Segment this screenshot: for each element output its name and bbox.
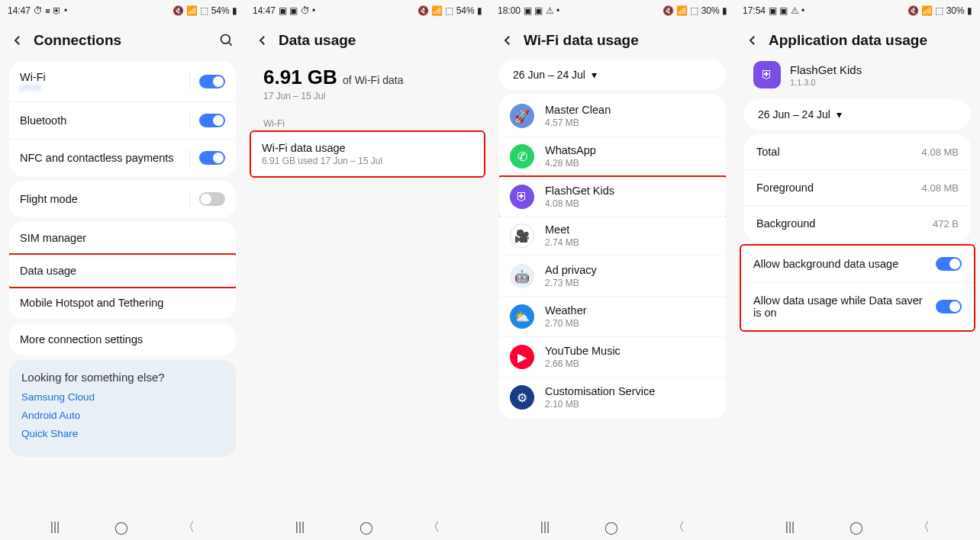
toggle-switch[interactable] (199, 192, 225, 206)
nav-recent[interactable]: ||| (785, 520, 795, 534)
app-name: Master Clean (545, 104, 715, 116)
app-icon: 🚀 (510, 104, 534, 128)
stat-value: 472 B (933, 218, 959, 230)
stat-value: 4.08 MB (922, 182, 959, 194)
toggle-switch[interactable] (199, 75, 225, 88)
hotspot-row[interactable]: Mobile Hotspot and Tethering (9, 287, 236, 319)
app-name: Weather (545, 304, 715, 317)
status-icons-left: ▣ ▣ ⏱ • (279, 5, 315, 16)
data-usage-row[interactable]: Data usage (9, 253, 236, 288)
bluetooth-row[interactable]: Bluetooth (9, 102, 236, 140)
status-time: 17:54 (743, 5, 766, 16)
back-icon[interactable] (256, 34, 269, 47)
row-label: SIM manager (20, 232, 225, 244)
status-time: 18:00 (498, 5, 521, 16)
wifi-data-sub: 6.91 GB used 17 Jun – 15 Jul (262, 156, 473, 166)
wifi-data-usage-row[interactable]: Wi-Fi data usage 6.91 GB used 17 Jun – 1… (250, 130, 485, 178)
app-row[interactable]: 🎥Meet2.74 MB (499, 216, 726, 256)
screen-data-usage: 14:47▣ ▣ ⏱ • 🔇 📶 ⬚ 54% ▮ Data usage 6.91… (245, 0, 490, 540)
nav-home[interactable]: ◯ (359, 520, 373, 535)
status-bar: 17:54▣ ▣ ⚠ • 🔇 📶 ⬚ 30% ▮ (735, 0, 980, 21)
status-time: 14:47 (8, 5, 31, 16)
total-data-value: 6.91 GB (263, 66, 337, 88)
date-range-text: 26 Jun – 24 Jul (758, 108, 830, 121)
back-icon[interactable] (746, 34, 759, 47)
nav-bar: ||| ◯ 〈 (245, 514, 490, 540)
help-link[interactable]: Android Auto (21, 410, 224, 421)
more-connection-row[interactable]: More connection settings (9, 323, 236, 355)
nav-recent[interactable]: ||| (540, 520, 550, 534)
row-label: NFC and contactless payments (20, 152, 189, 164)
help-link[interactable]: Samsung Cloud (21, 391, 224, 403)
total-data-unit: of Wi-Fi data (343, 74, 403, 86)
nav-back[interactable]: 〈 (917, 519, 930, 535)
stat-row: Background472 B (744, 206, 971, 241)
flight-mode-row[interactable]: Flight mode (9, 181, 236, 217)
app-row[interactable]: ⛅Weather2.70 MB (499, 297, 726, 337)
date-range-selector[interactable]: 26 Jun – 24 Jul ▾ (744, 99, 971, 130)
sim-manager-row[interactable]: SIM manager (9, 222, 236, 255)
back-icon[interactable] (501, 34, 514, 47)
app-name: YouTube Music (545, 345, 715, 357)
toggle-switch[interactable] (936, 300, 962, 313)
toggle-switch[interactable] (199, 151, 225, 165)
help-link[interactable]: Quick Share (21, 428, 224, 439)
page-title: Application data usage (769, 32, 969, 49)
app-size: 2.10 MB (545, 399, 715, 410)
status-icons-right: 🔇 📶 ⬚ 30% ▮ (662, 5, 727, 16)
app-row[interactable]: ▶YouTube Music2.66 MB (499, 337, 726, 378)
nav-home[interactable]: ◯ (114, 520, 128, 535)
wifi-row[interactable]: Wi-Fipanda (9, 61, 236, 102)
row-label: Data usage (20, 265, 225, 277)
help-question: Looking for something else? (21, 371, 224, 384)
back-icon[interactable] (11, 34, 24, 47)
status-icons-left: ▣ ▣ ⚠ • (769, 5, 804, 16)
app-icon: ⚙ (510, 385, 534, 410)
app-icon: ⛨ (753, 61, 781, 88)
status-bar: 18:00▣ ▣ ⚠ • 🔇 📶 ⬚ 30% ▮ (490, 0, 735, 21)
app-row[interactable]: ⚙Customisation Service2.10 MB (499, 378, 726, 417)
nav-bar: ||| ◯ 〈 (735, 514, 980, 540)
status-bar: 14:47⏱ ▣ ⛨ • 🔇 📶 ⬚ 54% ▮ (0, 0, 245, 21)
allow-data-saver-toggle[interactable]: Allow data usage while Data saver is on (741, 283, 974, 330)
toggle-switch[interactable] (199, 114, 225, 127)
nfc-row[interactable]: NFC and contactless payments (9, 140, 236, 176)
nav-back[interactable]: 〈 (672, 519, 685, 535)
row-label: Flight mode (20, 193, 189, 205)
total-data-range: 17 Jun – 15 Jul (251, 89, 484, 111)
app-version: 1.1.3.0 (790, 78, 862, 87)
search-icon[interactable] (219, 33, 234, 48)
stat-label: Foreground (756, 182, 814, 194)
screen-wifi-data-usage: 18:00▣ ▣ ⚠ • 🔇 📶 ⬚ 30% ▮ Wi-Fi data usag… (490, 0, 735, 540)
app-size: 2.66 MB (545, 358, 715, 369)
nav-home[interactable]: ◯ (604, 520, 618, 535)
app-icon: 🎥 (510, 223, 534, 248)
stat-value: 4.08 MB (922, 146, 959, 158)
app-row[interactable]: 🚀Master Clean4.57 MB (499, 96, 726, 137)
screen-app-data-usage: 17:54▣ ▣ ⚠ • 🔇 📶 ⬚ 30% ▮ Application dat… (735, 0, 980, 540)
app-icon: 🤖 (510, 264, 534, 288)
row-label: Mobile Hotspot and Tethering (20, 297, 225, 309)
date-range-selector[interactable]: 26 Jun – 24 Jul ▾ (499, 59, 726, 90)
app-info-header: ⛨ FlashGet Kids 1.1.3.0 (741, 56, 974, 96)
dropdown-icon: ▾ (592, 69, 597, 81)
toggle-switch[interactable] (936, 257, 962, 271)
app-icon: ▶ (510, 345, 534, 369)
nav-recent[interactable]: ||| (50, 520, 60, 534)
switch-label: Allow data usage while Data saver is on (753, 294, 936, 319)
status-time: 14:47 (253, 5, 276, 16)
stat-row: Foreground4.08 MB (744, 170, 971, 206)
nav-recent[interactable]: ||| (295, 520, 305, 534)
app-name: WhatsApp (545, 144, 715, 156)
status-icons-left: ▣ ▣ ⚠ • (524, 5, 559, 16)
svg-point-0 (221, 35, 230, 44)
allow-bg-data-toggle[interactable]: Allow background data usage (741, 246, 974, 283)
nav-home[interactable]: ◯ (849, 520, 863, 535)
nav-back[interactable]: 〈 (427, 519, 440, 535)
app-name: Meet (545, 223, 715, 236)
app-row[interactable]: ⛨FlashGet Kids4.08 MB (499, 175, 726, 217)
app-row[interactable]: 🤖Ad privacy2.73 MB (499, 256, 726, 297)
nav-back[interactable]: 〈 (182, 519, 195, 535)
stat-row: Total4.08 MB (744, 134, 971, 170)
app-row[interactable]: ✆WhatsApp4.28 MB (499, 137, 726, 177)
